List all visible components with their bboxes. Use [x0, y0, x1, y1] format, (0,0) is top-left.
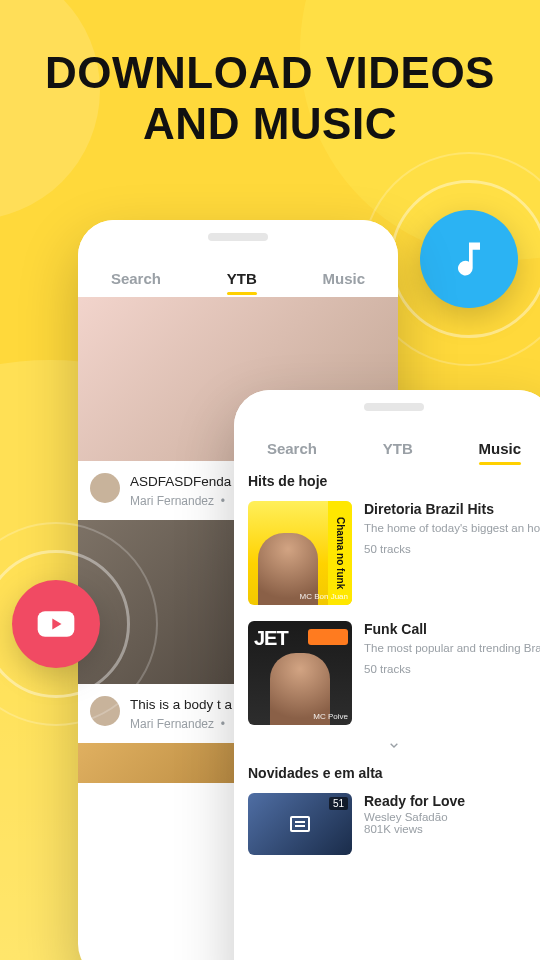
cover-fire-graphic [308, 629, 348, 645]
dot: • [221, 494, 225, 508]
section-title-novidades: Novidades e em alta [234, 759, 540, 789]
video-artist: Wesley Safadão [364, 811, 540, 823]
tab-music[interactable]: Music [479, 440, 522, 457]
play-float-button[interactable] [12, 580, 100, 668]
tab-search[interactable]: Search [267, 440, 317, 457]
promo-page: DOWNLOAD VIDEOS AND MUSIC Search YTB Mus… [0, 0, 540, 960]
playlist-desc: The home of today's biggest an hottest h… [364, 521, 540, 537]
playlist-desc: The most popular and trending Brazilian … [364, 641, 540, 657]
playlist-row[interactable]: Chama no funk MC Bon Juan Diretoria Braz… [234, 497, 540, 617]
headline-line2: AND MUSIC [0, 99, 540, 150]
cover-side-text: Chama no funk [335, 517, 346, 589]
phone-bezel [234, 390, 540, 424]
phone-bezel [78, 220, 398, 254]
tab-music[interactable]: Music [323, 270, 366, 287]
chevron-down-icon [386, 737, 402, 753]
phone-mock-music: Search YTB Music Hits de hoje Chama no f… [234, 390, 540, 960]
headline-line1: DOWNLOAD VIDEOS [0, 48, 540, 99]
playlist-count: 50 tracks [364, 543, 540, 555]
music-float-button[interactable] [420, 210, 518, 308]
playlist-icon [290, 816, 310, 832]
playlist-title: Funk Call [364, 621, 540, 637]
playlist-cover: Chama no funk MC Bon Juan [248, 501, 352, 605]
feed-author: Mari Fernandez [130, 717, 214, 731]
phone-screen: Search YTB Music Hits de hoje Chama no f… [234, 424, 540, 867]
video-views: 801K views [364, 823, 540, 835]
video-duration-badge: 51 [329, 797, 348, 810]
playlist-row[interactable]: JET MC Poive Funk Call The most popular … [234, 617, 540, 737]
video-title: Ready for Love [364, 793, 540, 809]
video-row[interactable]: 51 Ready for Love Wesley Safadão 801K vi… [234, 789, 540, 867]
cover-side-label: Chama no funk [328, 501, 352, 605]
headline: DOWNLOAD VIDEOS AND MUSIC [0, 48, 540, 149]
tab-ytb[interactable]: YTB [227, 270, 257, 287]
tabs: Search YTB Music [234, 424, 540, 467]
phone-speaker [364, 403, 424, 411]
playlist-cover: JET MC Poive [248, 621, 352, 725]
playlist-count: 50 tracks [364, 663, 540, 675]
tabs: Search YTB Music [78, 254, 398, 297]
phone-speaker [208, 233, 268, 241]
cover-logo: JET [254, 627, 288, 650]
tab-ytb[interactable]: YTB [383, 440, 413, 457]
dot: • [221, 717, 225, 731]
cover-artist: MC Poive [252, 712, 348, 721]
expand-button[interactable] [234, 737, 540, 759]
playlist-title: Diretoria Brazil Hits [364, 501, 540, 517]
video-thumb: 51 [248, 793, 352, 855]
cover-artist: MC Bon Juan [252, 592, 348, 601]
feed-author: Mari Fernandez [130, 494, 214, 508]
section-title-hits: Hits de hoje [234, 467, 540, 497]
tab-search[interactable]: Search [111, 270, 161, 287]
avatar [90, 473, 120, 503]
